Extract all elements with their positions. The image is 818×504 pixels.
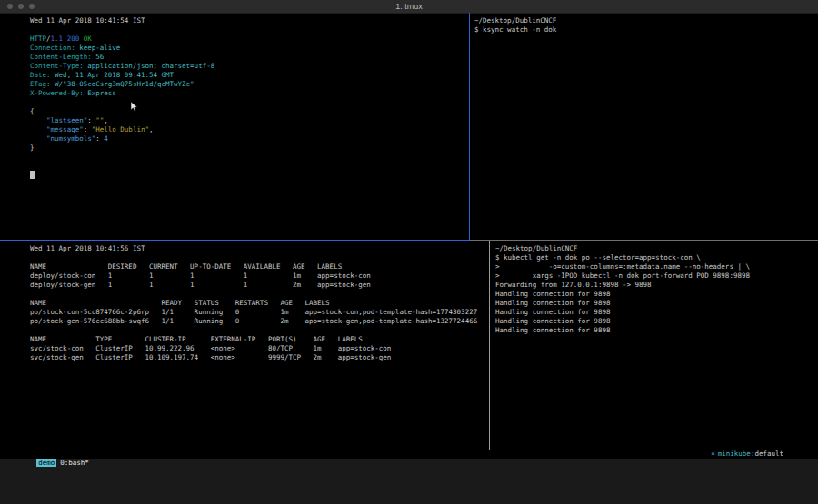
terminal-line: "numsymbols": 4 bbox=[30, 134, 499, 143]
terminal-line: Wed 11 Apr 2018 10:41:56 IST bbox=[30, 244, 519, 253]
terminal-line: svc/stock-con ClusterIP 10.99.222.96 <no… bbox=[30, 344, 519, 353]
terminal-text-segment: : bbox=[84, 125, 92, 133]
terminal-text-segment: "message" bbox=[46, 125, 84, 133]
terminal-line: } bbox=[30, 143, 499, 153]
kubernetes-icon: ⎈ bbox=[711, 450, 715, 459]
terminal-line: X-Powered-By: Express bbox=[30, 89, 499, 98]
window-titlebar[interactable]: 1. tmux bbox=[0, 0, 818, 14]
terminal-line: po/stock-con-5cc874766c-2p6rp 1/1 Runnin… bbox=[30, 308, 519, 317]
pane-http-response[interactable]: Wed 11 Apr 2018 10:41:54 IST HTTP/1.1 20… bbox=[0, 14, 499, 242]
minimize-button[interactable] bbox=[18, 4, 24, 9]
pane-divider-horizontal-left[interactable] bbox=[0, 240, 470, 241]
terminal-line: ~/Desktop/DublinCNCF bbox=[495, 244, 818, 253]
terminal-line: "lastseen": "", bbox=[30, 116, 499, 125]
terminal-line: Handling connection for 9898 bbox=[495, 299, 818, 308]
kube-context-namespace: :default bbox=[751, 450, 783, 459]
mouse-cursor-icon bbox=[131, 102, 138, 112]
terminal-line: > xargs -IPOD kubectl -n dok port-forwar… bbox=[495, 272, 818, 281]
terminal-text-segment: Connection: bbox=[30, 44, 75, 52]
terminal-text-segment bbox=[30, 171, 35, 179]
pane-divider-vertical-bottom[interactable] bbox=[489, 241, 490, 450]
pane-ksync-watch[interactable]: ~/Desktop/DublinCNCF$ ksync watch -n dok bbox=[470, 14, 818, 242]
traffic-lights bbox=[7, 4, 35, 9]
terminal-text-segment: Wed 11 Apr 2018 10:41:54 IST bbox=[30, 16, 145, 25]
terminal-text-segment: application/json; charset=utf-8 bbox=[84, 62, 215, 70]
terminal-window: 1. tmux Wed 11 Apr 2018 10:41:54 IST HTT… bbox=[0, 0, 818, 459]
pane-port-forward[interactable]: ~/Desktop/DublinCNCF$ kubectl get -n dok… bbox=[490, 241, 818, 453]
terminal-text-segment: } bbox=[30, 143, 35, 152]
status-right: ⎈ minikube :default bbox=[711, 450, 783, 459]
terminal-text-segment: Express bbox=[84, 89, 116, 97]
terminal-line: { bbox=[30, 107, 499, 116]
terminal-line: NAME TYPE CLUSTER-IP EXTERNAL-IP PORT(S)… bbox=[30, 335, 519, 344]
active-window-label[interactable]: 0:bash* bbox=[60, 459, 89, 467]
terminal-text-segment: : bbox=[87, 116, 95, 124]
session-name-badge: demo bbox=[36, 459, 56, 467]
pane-divider-horizontal-right[interactable] bbox=[470, 240, 818, 241]
terminal-text-segment: keep-alive bbox=[75, 44, 121, 52]
terminal-line: ETag: W/"38-05coCsrg3mQ75sHr1d/qcMTwYZc" bbox=[30, 80, 499, 89]
pane-divider-vertical-top[interactable] bbox=[469, 13, 470, 241]
terminal-text-segment: : bbox=[95, 134, 104, 143]
terminal-line: svc/stock-gen ClusterIP 10.109.197.74 <n… bbox=[30, 353, 519, 362]
terminal-line: Handling connection for 9898 bbox=[495, 317, 818, 326]
tmux-status-bar: demo0:bash* ⎈ minikube :default bbox=[0, 450, 818, 459]
pane-kubectl-get[interactable]: Wed 11 Apr 2018 10:41:56 IST NAME DESIRE… bbox=[0, 241, 519, 453]
terminal-text-segment bbox=[30, 125, 46, 133]
terminal-line: deploy/stock-con 1 1 1 1 1m app=stock-co… bbox=[30, 272, 519, 281]
terminal-text-segment: OK bbox=[84, 35, 92, 43]
terminal-text-segment: X-Powered-By: bbox=[30, 89, 84, 97]
terminal-text-segment: Content-Length: bbox=[30, 53, 92, 61]
terminal-line: NAME READY STATUS RESTARTS AGE LABELS bbox=[30, 299, 519, 308]
terminal-text-segment: Date: bbox=[30, 71, 51, 79]
terminal-text-segment: "" bbox=[95, 116, 104, 124]
terminal-line: > -o=custom-columns=:metadata.name --no-… bbox=[495, 262, 818, 272]
terminal-line: Connection: keep-alive bbox=[30, 44, 499, 53]
terminal-line: deploy/stock-gen 1 1 1 1 2m app=stock-ge… bbox=[30, 281, 519, 290]
terminal-text-segment: ETag: bbox=[30, 80, 51, 88]
terminal-line: HTTP/1.1 200 OK bbox=[30, 35, 499, 44]
terminal-text-segment: { bbox=[30, 107, 35, 115]
zoom-button[interactable] bbox=[29, 4, 35, 9]
status-left: demo0:bash* bbox=[4, 450, 89, 459]
terminal-line: Wed 11 Apr 2018 10:41:54 IST bbox=[30, 16, 499, 25]
terminal-line bbox=[30, 326, 519, 335]
terminal-line bbox=[30, 253, 519, 262]
terminal-text-segment bbox=[30, 116, 46, 124]
terminal-line bbox=[30, 162, 499, 171]
terminal-text-segment: HTTP bbox=[30, 35, 46, 43]
terminal-line: ~/Desktop/DublinCNCF bbox=[474, 16, 818, 25]
terminal-line bbox=[30, 290, 519, 299]
terminal-line: Content-Type: application/json; charset=… bbox=[30, 62, 499, 71]
terminal-text-segment: Wed, 11 Apr 2018 09:41:54 GMT bbox=[51, 71, 174, 79]
terminal-text-segment: "lastseen" bbox=[46, 116, 87, 124]
terminal-text-segment bbox=[30, 134, 46, 143]
terminal-text-segment: Content-Type: bbox=[30, 62, 84, 70]
terminal-text-segment: , bbox=[149, 125, 154, 133]
terminal-line: Handling connection for 9898 bbox=[495, 290, 818, 299]
terminal-line bbox=[30, 98, 499, 107]
terminal-line: Handling connection for 9898 bbox=[495, 308, 818, 317]
terminal-text-segment: "numsymbols" bbox=[46, 134, 95, 143]
terminal-line: Forwarding from 127.0.0.1:9898 -> 9898 bbox=[495, 281, 818, 290]
terminal-line: $ ksync watch -n dok bbox=[474, 25, 818, 35]
kube-context-name: minikube bbox=[718, 450, 751, 459]
terminal-line: Handling connection for 9898 bbox=[495, 326, 818, 335]
terminal-line: Content-Length: 56 bbox=[30, 53, 499, 62]
terminal-text-segment: 4 bbox=[104, 134, 108, 143]
terminal-line: "message": "Hello Dublin", bbox=[30, 125, 499, 134]
close-button[interactable] bbox=[7, 4, 13, 9]
terminal-line: Date: Wed, 11 Apr 2018 09:41:54 GMT bbox=[30, 71, 499, 80]
terminal-text-segment: 1.1 200 bbox=[51, 35, 80, 43]
terminal-text-segment: , bbox=[104, 116, 108, 124]
terminal-text-segment: W/"38-05coCsrg3mQ75sHr1d/qcMTwYZc" bbox=[51, 80, 195, 88]
terminal-line bbox=[30, 25, 499, 35]
terminal-line bbox=[30, 171, 499, 180]
terminal-text-segment: 56 bbox=[92, 53, 105, 61]
terminal-text-segment: "Hello Dublin" bbox=[92, 125, 149, 133]
desktop: 1. tmux Wed 11 Apr 2018 10:41:54 IST HTT… bbox=[0, 0, 818, 504]
window-title: 1. tmux bbox=[0, 2, 818, 11]
terminal-line: $ kubectl get -n dok po --selector=app=s… bbox=[495, 253, 818, 262]
terminal-line bbox=[30, 153, 499, 162]
terminal-line: po/stock-gen-576cc688bb-swqf6 1/1 Runnin… bbox=[30, 317, 519, 326]
